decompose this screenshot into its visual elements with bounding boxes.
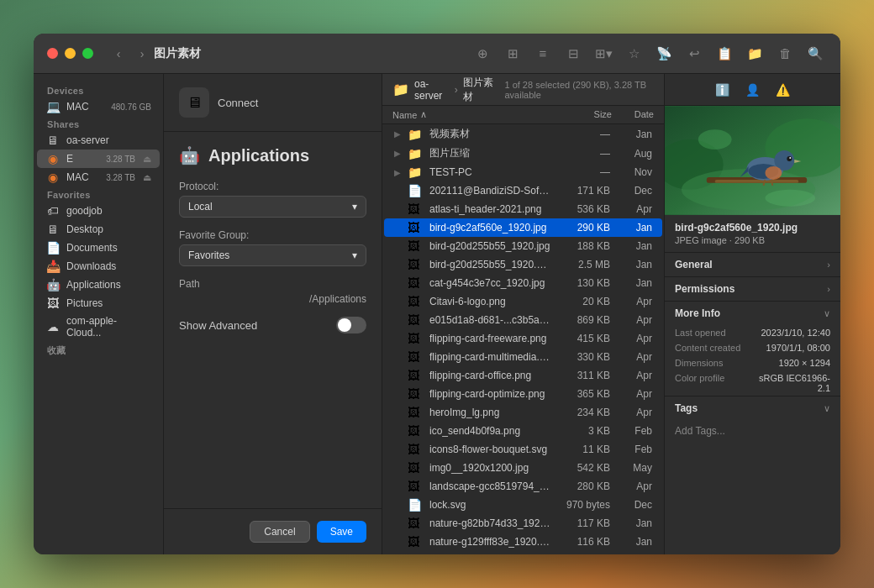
file-name: 202111@BandiziSD-Softhead.pdf	[429, 185, 551, 197]
minimize-button[interactable]	[65, 48, 76, 59]
file-row[interactable]: 🖼 e015d1a8-d681-...c3b5a7d367.png 869 KB…	[384, 311, 662, 329]
favorite-group-select[interactable]: Favorites ▾	[179, 244, 366, 266]
file-row[interactable]: 🖼 bird-g20d255b55_1920.PNG 2.5 MB Jan	[384, 255, 662, 274]
sidebar-item-goodjob[interactable]: 🏷 goodjob	[37, 202, 160, 220]
file-row[interactable]: 🖼 bird-g9c2af560e_1920.jpg 290 KB Jan	[384, 218, 662, 237]
file-row[interactable]: 🖼 atlas-ti_header-2021.png 536 KB Apr	[384, 200, 662, 218]
user-icon-button[interactable]: 👤	[742, 81, 764, 99]
panel-info-row: Last opened 2023/1/10, 12:40	[665, 325, 840, 340]
file-row[interactable]: 🖼 flipping-card-office.png 311 KB Apr	[384, 366, 662, 385]
new-folder-button[interactable]: ⊕	[471, 45, 494, 63]
file-size: 188 KB	[551, 240, 610, 252]
sidebar-item-desktop[interactable]: 🖥 Desktop	[37, 220, 160, 239]
file-name: TEST-PC	[429, 166, 551, 178]
path-folder: 图片素材	[463, 76, 497, 104]
file-type-icon: 🖼	[408, 350, 424, 364]
file-row[interactable]: 🖼 nature-g129fff83e_1920.jpg 116 KB Jan	[384, 533, 662, 551]
forward-button[interactable]: ›	[130, 45, 154, 63]
col-name-header[interactable]: Name ∧	[392, 109, 553, 120]
sidebar-item-oa-server[interactable]: 🖥 oa-server	[37, 131, 160, 150]
move-button[interactable]: 📁	[743, 45, 766, 63]
file-row[interactable]: 🖼 landscape-gcc8519794_1920.jpg 280 KB A…	[384, 477, 662, 496]
favorite-button[interactable]: ☆	[622, 45, 645, 63]
tags-title: Tags	[675, 402, 698, 414]
tags-section-header[interactable]: Tags ∨	[665, 396, 840, 420]
save-button[interactable]: Save	[317, 521, 366, 543]
col-size-header[interactable]: Size	[553, 109, 612, 120]
file-row[interactable]: 🖼 icons8-flower-bouquet.svg 11 KB Feb	[384, 440, 662, 459]
favorite-group-value: Favorites	[188, 249, 229, 261]
sidebar-item-documents[interactable]: 📄 Documents	[37, 239, 160, 257]
desktop-icon: 🖥	[45, 223, 61, 236]
back-button[interactable]: ‹	[107, 45, 130, 63]
file-row[interactable]: 🖼 cat-g454c3e7cc_1920.jpg 130 KB Jan	[384, 274, 662, 292]
file-row[interactable]: 🖼 bird-g20d255b55_1920.jpg 188 KB Jan	[384, 237, 662, 255]
file-date: Jan	[610, 517, 652, 529]
sidebar-item-pictures[interactable]: 🖼 Pictures	[37, 294, 160, 312]
sidebar-item-cloud[interactable]: ☁ com-apple-Cloud...	[37, 312, 160, 341]
file-row[interactable]: ▶ 📁 视频素材 — Jan	[384, 124, 662, 144]
file-row[interactable]: 🖼 flipping-card-freeware.png 415 KB Apr	[384, 329, 662, 348]
file-row[interactable]: 🖼 flipping-card-multimedia.png 330 KB Ap…	[384, 348, 662, 366]
file-row[interactable]: 📄 202111@BandiziSD-Softhead.pdf 171 KB D…	[384, 181, 662, 200]
mac-badge: 480.76 GB	[111, 102, 151, 112]
middle-panel: 🖥 Connect 🤖 Applications Protocol: Local…	[164, 74, 382, 554]
sidebar-item-e-drive[interactable]: ◉ E 3.28 TB ⏏	[37, 150, 160, 168]
file-name: img0__1920x1200.jpg	[429, 462, 551, 474]
delete-button[interactable]: 🗑	[773, 45, 797, 63]
file-name: atlas-ti_header-2021.png	[429, 203, 551, 215]
close-button[interactable]	[47, 48, 58, 59]
file-name: nature-g82bb74d33_1920.jpg	[429, 517, 551, 529]
file-row[interactable]: 🖼 QQ截图20210427125022.png 254 KB Apr	[384, 551, 662, 554]
file-date: Jan	[610, 222, 652, 234]
file-row[interactable]: 📄 lock.svg 970 bytes Dec	[384, 496, 662, 514]
sidebar-item-applications[interactable]: 🤖 Applications	[37, 276, 160, 294]
file-row[interactable]: 🖼 ico_send4b0f9a.png 3 KB Feb	[384, 422, 662, 440]
copy-button[interactable]: 📋	[713, 45, 736, 63]
col-date-header[interactable]: Date	[612, 109, 654, 120]
sidebar-item-downloads[interactable]: 📥 Downloads	[37, 257, 160, 276]
file-type-icon: 📄	[408, 184, 424, 197]
traffic-lights	[47, 48, 93, 59]
list-view-button[interactable]: ≡	[531, 45, 555, 63]
file-date: Dec	[610, 499, 652, 511]
form-title: 🤖 Applications	[179, 145, 366, 165]
file-row[interactable]: 🖼 Citavi-6-logo.png 20 KB Apr	[384, 292, 662, 311]
warning-icon-button[interactable]: ⚠️	[772, 81, 794, 99]
file-row[interactable]: 🖼 flipping-card-optimize.png 365 KB Apr	[384, 385, 662, 403]
share-button[interactable]: ↩	[682, 45, 706, 63]
file-type-icon: 📁	[408, 165, 424, 179]
icon-view-button[interactable]: ⊞	[501, 45, 524, 63]
mac-share-eject[interactable]: ⏏	[143, 172, 151, 183]
file-size: 970 bytes	[551, 499, 610, 511]
sidebar-item-mac-device[interactable]: 💻 MAC 480.76 GB	[37, 97, 160, 116]
cancel-button[interactable]: Cancel	[250, 521, 309, 543]
file-row[interactable]: ▶ 📁 图片压缩 — Aug	[384, 144, 662, 163]
file-row[interactable]: 🖼 heroImg_lg.png 234 KB Apr	[384, 403, 662, 422]
protocol-select[interactable]: Local ▾	[179, 196, 366, 218]
file-size: 365 KB	[551, 388, 610, 400]
sidebar-item-mac-share[interactable]: ◉ MAC 3.28 TB ⏏	[37, 168, 160, 186]
file-size: 3 KB	[551, 425, 610, 437]
file-row[interactable]: 🖼 nature-g82bb74d33_1920.jpg 117 KB Jan	[384, 514, 662, 533]
info-icon-button[interactable]: ℹ️	[712, 81, 734, 99]
general-section-header[interactable]: General ›	[665, 253, 840, 276]
e-drive-eject[interactable]: ⏏	[143, 154, 151, 165]
file-date: Apr	[610, 388, 652, 400]
file-name: heroImg_lg.png	[429, 407, 551, 418]
column-view-button[interactable]: ⊟	[561, 45, 585, 63]
gallery-view-button[interactable]: ⊞▾	[592, 45, 615, 63]
file-row[interactable]: ▶ 📁 TEST-PC — Nov	[384, 163, 662, 181]
path-arrow: ›	[455, 84, 458, 96]
permissions-section-header[interactable]: Permissions ›	[665, 277, 840, 301]
airdrop-button[interactable]: 📡	[652, 45, 676, 63]
file-row[interactable]: 🖼 img0__1920x1200.jpg 542 KB May	[384, 459, 662, 477]
show-advanced-toggle[interactable]	[336, 317, 366, 333]
maximize-button[interactable]	[82, 48, 93, 59]
panel-value: 2023/1/10, 12:40	[746, 328, 830, 338]
add-tags[interactable]: Add Tags...	[665, 420, 840, 442]
search-button[interactable]: 🔍	[803, 45, 827, 63]
more-info-section-header[interactable]: More Info ∨	[665, 302, 840, 325]
connect-icon: 🖥	[179, 87, 209, 118]
panel-key: Color profile	[675, 373, 746, 383]
